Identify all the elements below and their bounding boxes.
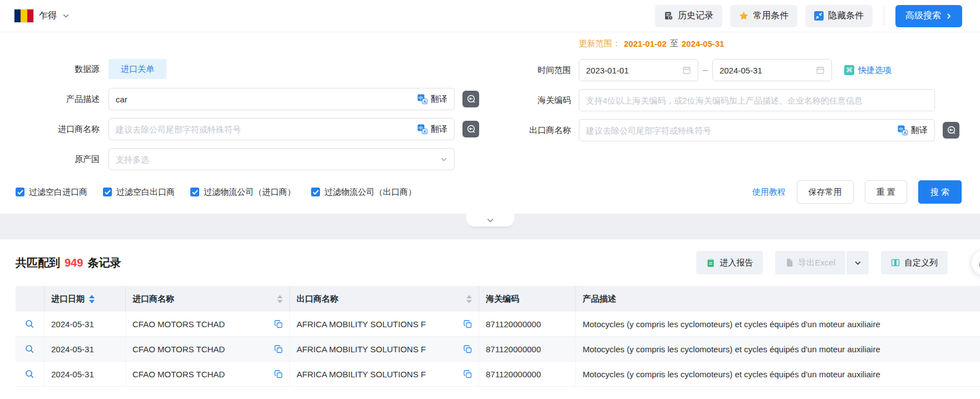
exact-match-toggle[interactable] xyxy=(462,121,479,137)
scope-search-icon xyxy=(946,125,957,136)
data-source-tab-import[interactable]: 进口关单 xyxy=(109,59,166,79)
calendar-icon xyxy=(682,66,691,75)
exact-match-toggle[interactable] xyxy=(462,91,479,107)
checkbox-filter-logistics-exporter[interactable]: 过滤物流公司（出口商） xyxy=(311,187,416,198)
results-table: 进口日期 进口商名称 出口商名称 海关编码 产品描述 2024-05-31 CF… xyxy=(16,286,980,387)
exporter-label: 出口商名称 xyxy=(501,125,579,136)
checkbox-filter-blank-importer[interactable]: 过滤空白进口商 xyxy=(16,187,87,198)
copy-button[interactable] xyxy=(270,320,283,328)
chevron-down-icon xyxy=(62,12,70,19)
export-file-icon xyxy=(785,258,794,267)
copy-icon xyxy=(274,370,283,378)
calendar-icon xyxy=(816,66,825,75)
date-start-picker[interactable]: 2023-01-01 xyxy=(579,59,698,81)
importer-input[interactable] xyxy=(116,125,412,134)
tutorial-link[interactable]: 使用教程 xyxy=(752,187,786,198)
view-detail-button[interactable] xyxy=(25,344,35,354)
headset-icon xyxy=(978,256,980,269)
magnifier-icon xyxy=(25,344,35,354)
history-button[interactable]: 历史记录 xyxy=(655,5,722,27)
exporter-field: 中A 翻译 xyxy=(579,119,935,141)
hs-code-field xyxy=(579,89,935,111)
date-end-picker[interactable]: 2024-05-31 xyxy=(712,59,832,81)
checkbox-filter-logistics-importer[interactable]: 过滤物流公司（进口商） xyxy=(190,187,296,198)
save-common-button[interactable]: 保存常用 xyxy=(797,180,854,204)
table-header-importer[interactable]: 进口商名称 xyxy=(126,286,290,312)
history-icon xyxy=(664,11,673,21)
svg-text:A: A xyxy=(903,130,907,135)
reset-button[interactable]: 重 置 xyxy=(865,180,907,204)
exporter-cell: AFRICA MOBILITY SOLUTIONS F xyxy=(297,344,426,354)
hs-code-cell: 871120000000 xyxy=(486,370,541,379)
table-header-hs-code: 海关编码 xyxy=(479,286,576,312)
importer-field: 中A 翻译 xyxy=(109,118,455,140)
export-excel-button[interactable]: 导出Excel xyxy=(775,251,845,274)
customer-service-button[interactable] xyxy=(971,249,980,276)
table-row: 2024-05-31 CFAO MOTORS TCHAD AFRICA MOBI… xyxy=(16,362,980,387)
search-form: 数据源 进口关单 产品描述 中A 翻译 进口商名称 xyxy=(0,32,980,214)
collapse-form-tab[interactable] xyxy=(466,214,514,226)
import-date-cell: 2024-05-31 xyxy=(51,319,94,329)
importer-label: 进口商名称 xyxy=(0,124,109,135)
chevron-down-icon xyxy=(854,259,861,267)
report-icon xyxy=(706,258,715,268)
checkbox-filter-blank-exporter[interactable]: 过滤空白出口商 xyxy=(103,187,175,198)
translate-icon: 中A xyxy=(898,125,908,135)
import-date-cell: 2024-05-31 xyxy=(51,370,94,379)
copy-button[interactable] xyxy=(270,370,283,378)
customize-columns-button[interactable]: 自定义列 xyxy=(881,251,948,274)
scope-search-icon xyxy=(466,124,476,135)
copy-button[interactable] xyxy=(459,345,472,353)
copy-button[interactable] xyxy=(459,370,472,378)
sort-toggle[interactable] xyxy=(466,295,472,303)
arrow-right-icon xyxy=(945,13,952,19)
hs-code-input[interactable] xyxy=(586,96,928,105)
collapse-icon xyxy=(814,11,824,21)
origin-country-input[interactable] xyxy=(116,155,440,164)
table-header-exporter[interactable]: 出口商名称 xyxy=(290,286,479,312)
hs-code-label: 海关编码 xyxy=(501,95,579,106)
enter-report-button[interactable]: 进入报告 xyxy=(696,251,763,274)
sort-toggle[interactable] xyxy=(89,295,95,303)
view-detail-button[interactable] xyxy=(25,370,35,379)
advanced-search-button[interactable]: 高级搜索 xyxy=(895,5,962,27)
export-options-button[interactable] xyxy=(846,251,869,274)
exporter-cell: AFRICA MOBILITY SOLUTIONS F xyxy=(297,370,426,379)
exact-match-toggle[interactable] xyxy=(943,122,959,139)
exporter-cell: AFRICA MOBILITY SOLUTIONS F xyxy=(297,319,426,329)
results-count: 共匹配到 949 条记录 xyxy=(16,255,121,270)
table-row: 2024-05-31 CFAO MOTORS TCHAD AFRICA MOBI… xyxy=(16,312,980,337)
hide-conditions-button[interactable]: 隐藏条件 xyxy=(805,5,873,27)
country-selector[interactable]: 乍得 xyxy=(14,9,70,22)
table-header-product: 产品描述 xyxy=(576,286,980,312)
translate-button[interactable]: 中A 翻译 xyxy=(412,94,447,105)
exporter-input[interactable] xyxy=(586,126,892,135)
product-cell: Motocycles (y compris les cyclomoteurs) … xyxy=(583,344,880,354)
checkbox-checked-icon xyxy=(103,188,112,196)
copy-button[interactable] xyxy=(459,320,472,328)
table-header-import-date[interactable]: 进口日期 xyxy=(45,286,126,312)
translate-button[interactable]: 中A 翻译 xyxy=(412,124,447,135)
star-icon xyxy=(739,11,748,21)
results-count-number: 949 xyxy=(65,257,83,269)
command-icon: ⌘ xyxy=(844,65,854,75)
importer-cell: CFAO MOTORS TCHAD xyxy=(132,344,225,354)
update-range: 更新范围： 2021-01-02 至 2024-05-31 xyxy=(579,37,980,50)
view-detail-button[interactable] xyxy=(25,319,35,329)
quick-options-button[interactable]: ⌘ 快捷选项 xyxy=(844,65,892,76)
search-button[interactable]: 搜 索 xyxy=(918,180,962,204)
hs-code-cell: 871120000000 xyxy=(486,344,541,354)
translate-button[interactable]: 中A 翻译 xyxy=(892,125,928,136)
copy-icon xyxy=(464,370,472,378)
copy-button[interactable] xyxy=(270,345,283,353)
translate-icon: 中A xyxy=(417,94,427,104)
sort-toggle[interactable] xyxy=(277,295,283,303)
product-desc-input[interactable] xyxy=(116,95,412,104)
copy-icon xyxy=(274,345,283,353)
section-divider-band xyxy=(0,214,980,239)
svg-text:A: A xyxy=(423,129,426,134)
divider xyxy=(884,7,884,26)
product-desc-label: 产品描述 xyxy=(0,94,109,105)
favorites-button[interactable]: 常用条件 xyxy=(730,5,797,27)
origin-country-select[interactable] xyxy=(109,148,455,170)
